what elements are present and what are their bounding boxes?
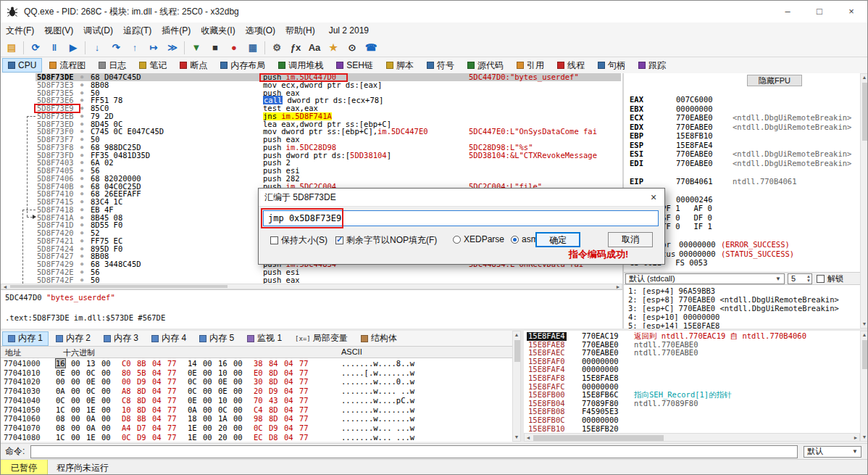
breakpoint-dot-icon[interactable]: ● bbox=[80, 128, 83, 136]
breakpoint-dot-icon[interactable]: ● bbox=[80, 237, 83, 245]
stack-row[interactable]: 15E8FB0477089F80ntdll.77089F80 bbox=[524, 400, 860, 408]
tab-threads[interactable]: 线程 bbox=[551, 58, 591, 73]
dump-row[interactable]: 7704107008000A00A4D704771E0020000CD90477… bbox=[1, 424, 512, 432]
step-over-icon[interactable]: ↷ bbox=[107, 40, 125, 56]
asmjit-radio-circle[interactable] bbox=[511, 236, 519, 244]
registers-vscroll-thumb[interactable] bbox=[862, 83, 868, 141]
ok-button[interactable]: 确定 bbox=[535, 232, 580, 247]
dump-pane[interactable]: 7704100016001300C08B04771400160038840477… bbox=[1, 358, 512, 442]
dump-row[interactable]: 7704106008000A00D88B047718001A00988D0477… bbox=[1, 414, 512, 423]
register-line[interactable]: ECX770EABE0<ntdll.DbgUiRemoteBreakin> bbox=[624, 113, 860, 122]
register-line[interactable]: EAX007C6000 bbox=[624, 95, 860, 104]
tab-source[interactable]: 源代码 bbox=[462, 58, 509, 73]
memtab-2[interactable]: 内存 3 bbox=[98, 331, 144, 346]
stack-scroll-down-icon[interactable]: ▼ bbox=[861, 434, 868, 441]
nop-fill-checkbox[interactable]: 剩余字节以NOP填充(F) bbox=[335, 234, 437, 247]
register-line[interactable]: EDX770EABE0<ntdll.DbgUiRemoteBreakin> bbox=[624, 123, 860, 131]
memtab-4[interactable]: 内存 5 bbox=[193, 331, 240, 346]
tab-script[interactable]: 脚本 bbox=[380, 58, 420, 73]
breakpoint-dot-icon[interactable]: ● bbox=[80, 152, 83, 160]
keep-size-checkbox-box[interactable] bbox=[270, 236, 278, 244]
breakpoint-dot-icon[interactable]: ● bbox=[80, 96, 83, 104]
register-line[interactable]: EDI770EABE0<ntdll.DbgUiRemoteBreakin> bbox=[624, 159, 860, 168]
stack-hscroll-thumb[interactable] bbox=[533, 435, 664, 441]
unlock-checkbox-box[interactable] bbox=[817, 275, 825, 283]
registers-vscrollbar[interactable]: ▲ ▼ bbox=[860, 73, 868, 329]
stack-scroll-left-icon[interactable]: ◄ bbox=[525, 434, 532, 442]
dump-row[interactable]: 770410300A000C00A88D04770C000E0020D90477… bbox=[1, 387, 512, 395]
breakpoint-dot-icon[interactable]: ● bbox=[80, 229, 83, 237]
register-line[interactable]: ESI770EABE0<ntdll.DbgUiRemoteBreakin> bbox=[624, 149, 860, 158]
command-input[interactable] bbox=[30, 445, 798, 458]
argument-row[interactable]: 5: [esp+14] 15E8FAE8 bbox=[628, 321, 719, 329]
cancel-button[interactable]: 取消 bbox=[608, 232, 653, 247]
breakpoint-dot-icon[interactable]: ● bbox=[80, 260, 83, 268]
menu-item-0[interactable]: 文件(F) bbox=[1, 25, 39, 37]
run-to-user-code-icon[interactable]: ↦ bbox=[144, 40, 163, 56]
memtab-0[interactable]: 内存 1 bbox=[2, 331, 49, 346]
dump-row[interactable]: 7704100016001300C08B04771400160038840477… bbox=[1, 359, 512, 368]
menu-item-2[interactable]: 调试(D) bbox=[78, 25, 118, 37]
memtab-3[interactable]: 内存 4 bbox=[146, 331, 192, 346]
settings-gear-icon[interactable]: ⚙ bbox=[267, 40, 286, 56]
breakpoint-dot-icon[interactable]: ● bbox=[80, 159, 83, 167]
stack-vscroll-thumb[interactable] bbox=[862, 340, 868, 369]
dump-vscrollbar[interactable]: ▲ ▼ bbox=[512, 331, 521, 442]
disasm-hscrollbar[interactable]: ◄ ► bbox=[1, 284, 622, 289]
argument-row[interactable]: 3: [esp+C] 770EABE0 <ntdll.DbgUiRemoteBr… bbox=[628, 304, 839, 313]
breakpoint-dot-icon[interactable]: ● bbox=[80, 104, 83, 112]
open-file-icon[interactable]: ▤ bbox=[2, 40, 21, 56]
menu-item-5[interactable]: 收藏夹(I) bbox=[196, 25, 240, 37]
argument-count-spinner[interactable]: 5 ▲▼ bbox=[788, 273, 812, 284]
breakpoint-dot-icon[interactable]: ● bbox=[80, 112, 83, 120]
title-bar[interactable]: QQ.exe - PID: 268C - 模块: im.dll - 线程: 25… bbox=[1, 1, 867, 23]
minimize-button[interactable]: – bbox=[772, 1, 804, 22]
stack-row[interactable]: 15E8FAF400000000 bbox=[524, 365, 860, 374]
pause-icon[interactable]: ‖ bbox=[45, 40, 64, 56]
breakpoint-dot-icon[interactable]: ● bbox=[80, 136, 83, 144]
memtab-7[interactable]: 结构体 bbox=[355, 331, 403, 346]
argument-row[interactable]: 4: [esp+10] 00000000 bbox=[628, 313, 719, 321]
stack-pane[interactable]: 15E8FAE4770EAC19返回到 ntdll.770EAC19 自 ntd… bbox=[524, 331, 860, 433]
stack-row[interactable]: 15E8FAF815E8FAE8 bbox=[524, 374, 860, 383]
breakpoint-dot-icon[interactable]: ● bbox=[80, 221, 83, 229]
memory-map-icon[interactable]: ▦ bbox=[243, 40, 262, 56]
breakpoint-dot-icon[interactable]: ● bbox=[80, 167, 83, 175]
assemble-instruction-input[interactable] bbox=[263, 210, 659, 226]
stack-scroll-up-icon[interactable]: ▲ bbox=[861, 331, 868, 339]
menu-item-6[interactable]: 选项(O) bbox=[241, 25, 280, 37]
stop-icon[interactable]: ■ bbox=[206, 40, 225, 56]
stack-row[interactable]: 15E8FB08F45905E3 bbox=[524, 408, 860, 416]
menu-item-7[interactable]: 帮助(H) bbox=[280, 25, 320, 37]
help-phone-icon[interactable]: ☎ bbox=[362, 40, 380, 56]
dialog-close-icon[interactable]: × bbox=[643, 191, 664, 203]
spinner-arrows-icon[interactable]: ▲▼ bbox=[806, 274, 811, 283]
scroll-down-icon[interactable]: ▼ bbox=[861, 321, 868, 328]
tab-references[interactable]: 引用 bbox=[511, 58, 550, 73]
breakpoint-dot-icon[interactable]: ● bbox=[80, 245, 83, 253]
xedparse-radio[interactable]: XEDParse bbox=[453, 234, 504, 244]
tab-handles[interactable]: 句柄 bbox=[592, 58, 631, 73]
register-line[interactable]: EBX00000000 bbox=[624, 104, 860, 113]
font-icon[interactable]: Aa bbox=[305, 40, 324, 56]
breakpoint-dot-icon[interactable]: ● bbox=[80, 268, 83, 276]
tab-call-stack[interactable]: 调用堆栈 bbox=[272, 58, 329, 73]
stack-row[interactable]: 15E8FB1015E8FB20 bbox=[524, 425, 860, 433]
breakpoint-dot-icon[interactable]: ● bbox=[80, 206, 83, 214]
calling-convention-combo[interactable]: 默认 (stdcall) ▼ bbox=[625, 273, 785, 284]
restart-icon[interactable]: ⟳ bbox=[26, 40, 45, 56]
breakpoint-dot-icon[interactable]: ● bbox=[80, 198, 83, 206]
menu-item-3[interactable]: 追踪(T) bbox=[118, 25, 157, 37]
unlock-checkbox[interactable]: 解锁 bbox=[817, 273, 843, 284]
dump-scroll-up-icon[interactable]: ▲ bbox=[513, 331, 520, 339]
assemble-dialog[interactable]: 汇编于 5D8F73DE × 保持大小(S) 剩余字节以NOP填充(F) XED… bbox=[258, 188, 665, 265]
dump-row[interactable]: 770410801C001E000CD904771E002000ECD80477… bbox=[1, 433, 512, 442]
tab-breakpoints[interactable]: 断点 bbox=[174, 58, 213, 73]
step-into-icon[interactable]: ↓ bbox=[88, 40, 107, 56]
scroll-left-icon[interactable]: ◄ bbox=[1, 284, 9, 291]
run-icon[interactable]: ▶ bbox=[64, 40, 83, 56]
breakpoint-dot-icon[interactable]: ● bbox=[80, 190, 83, 198]
tab-log[interactable]: 日志 bbox=[93, 58, 132, 73]
stack-vscrollbar[interactable]: ▲ ▼ bbox=[860, 331, 868, 442]
stack-row[interactable]: 15E8FAE4770EAC19返回到 ntdll.770EAC19 自 ntd… bbox=[524, 332, 860, 341]
